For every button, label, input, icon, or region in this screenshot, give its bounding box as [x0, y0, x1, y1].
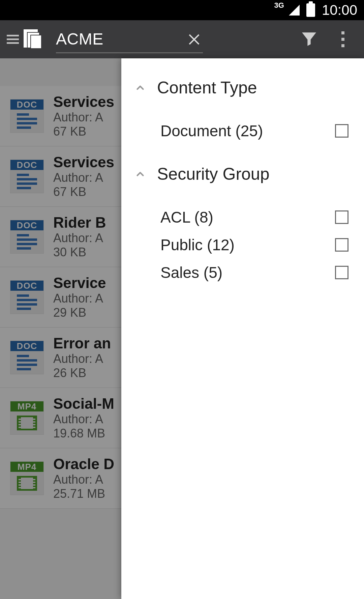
- filter-checkbox[interactable]: [335, 124, 348, 138]
- filter-group-header[interactable]: Content Type: [121, 68, 364, 107]
- search-value: ACME: [56, 30, 184, 48]
- filter-option[interactable]: Public (12): [121, 231, 364, 259]
- filter-group-title: Content Type: [157, 78, 257, 97]
- filter-option[interactable]: Document (25): [121, 117, 364, 145]
- signal-icon: [289, 5, 300, 16]
- filter-group-header[interactable]: Security Group: [121, 155, 364, 193]
- filter-option[interactable]: Sales (5): [121, 259, 364, 286]
- battery-icon: [306, 3, 315, 17]
- filter-icon[interactable]: [300, 29, 318, 50]
- clock: 10:00: [322, 2, 357, 18]
- filter-option-label: Public (12): [160, 236, 328, 254]
- filter-checkbox[interactable]: [335, 210, 348, 224]
- network-3g-label: 3G: [274, 1, 284, 10]
- filter-group-title: Security Group: [157, 164, 269, 184]
- status-bar: 3G 10:00: [0, 0, 364, 20]
- app-toolbar: ACME: [0, 20, 364, 58]
- filter-option-label: Sales (5): [160, 263, 328, 282]
- search-input[interactable]: ACME: [56, 26, 203, 53]
- filter-panel: Content TypeDocument (25)Security GroupA…: [121, 58, 364, 599]
- chevron-up-icon: [133, 81, 147, 94]
- filter-option[interactable]: ACL (8): [121, 203, 364, 231]
- chevron-up-icon: [133, 167, 147, 181]
- hamburger-menu-icon[interactable]: [7, 33, 19, 46]
- filter-checkbox[interactable]: [335, 238, 348, 252]
- filter-option-label: Document (25): [160, 122, 328, 140]
- clear-search-icon[interactable]: [189, 33, 200, 44]
- filter-checkbox[interactable]: [335, 266, 348, 279]
- filter-option-label: ACL (8): [160, 208, 328, 226]
- documents-icon[interactable]: [24, 29, 44, 50]
- overflow-menu-icon[interactable]: [339, 31, 347, 47]
